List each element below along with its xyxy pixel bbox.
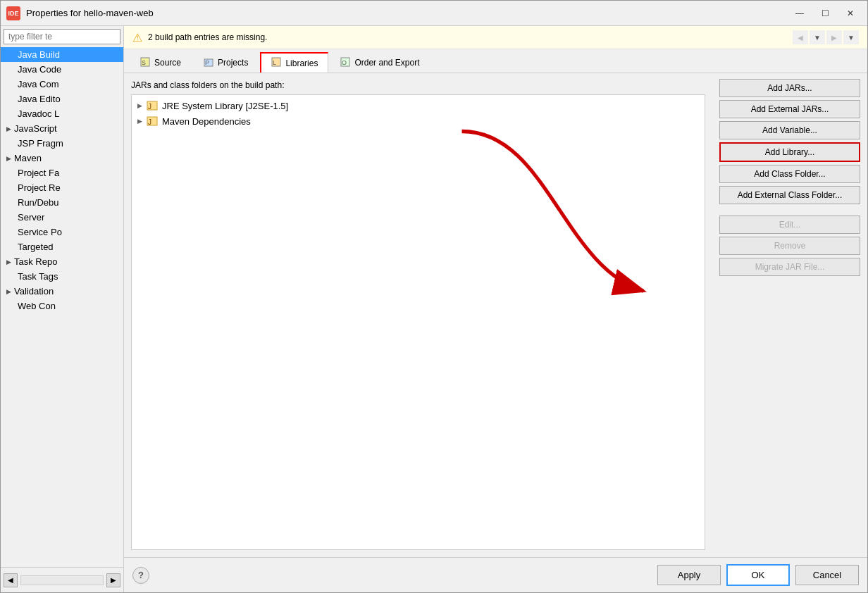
- main-content: Java BuildJava CodeJava ComJava EditoJav…: [1, 26, 867, 592]
- tab-source[interactable]: SSource: [130, 52, 192, 73]
- nav-buttons: ◀ ▼ ▶ ▼: [793, 30, 859, 44]
- nav-down-btn[interactable]: ▼: [810, 30, 825, 44]
- warning-message: 2 build path entries are missing.: [148, 32, 267, 42]
- scroll-track: [20, 575, 104, 585]
- window-title: Properties for hello-maven-web: [26, 8, 788, 18]
- order-tab-icon: O: [340, 57, 350, 69]
- side-buttons: Add JARs...Add External JARs...Add Varia…: [712, 73, 867, 557]
- svg-text:P: P: [205, 59, 209, 66]
- sidebar-item-5[interactable]: ▶JavaScript: [1, 121, 123, 136]
- sidebar-item-6[interactable]: JSP Fragm: [1, 136, 123, 151]
- warning-icon: ⚠: [132, 31, 142, 44]
- help-button[interactable]: ?: [132, 567, 149, 584]
- sidebar-item-16[interactable]: ▶Validation: [1, 284, 123, 299]
- window-controls: — ☐ ✕: [788, 5, 862, 22]
- lib-icon-0: J: [147, 100, 158, 111]
- sidebar-item-13[interactable]: Targeted: [1, 239, 123, 254]
- cancel-button[interactable]: Cancel: [795, 565, 859, 585]
- apply-button[interactable]: Apply: [657, 565, 721, 585]
- sidebar-item-15[interactable]: Task Tags: [1, 269, 123, 284]
- nav-forward-btn[interactable]: ▶: [826, 30, 842, 44]
- sidebar-label-5: JavaScript: [14, 123, 57, 134]
- sidebar-item-1[interactable]: Java Code: [1, 62, 123, 77]
- build-path-item-label-0: JRE System Library [J2SE-1.5]: [162, 101, 288, 111]
- tab-order-and-export[interactable]: OOrder and Export: [330, 52, 430, 73]
- sidebar-item-14[interactable]: ▶Task Repo: [1, 254, 123, 269]
- sidebar-label-14: Task Repo: [14, 256, 57, 267]
- build-path-list[interactable]: ▶JJRE System Library [J2SE-1.5]▶JMaven D…: [131, 94, 705, 550]
- svg-text:S: S: [142, 59, 146, 66]
- expand-arrow-16: ▶: [6, 288, 11, 295]
- properties-window: IDE Properties for hello-maven-web — ☐ ✕…: [0, 0, 868, 593]
- tab-libraries[interactable]: LLibraries: [260, 52, 328, 73]
- sidebar-label-8: Project Fa: [18, 168, 59, 178]
- side-btn-1[interactable]: Add External JARs...: [719, 100, 860, 118]
- app-icon: IDE: [6, 6, 20, 20]
- sidebar-item-4[interactable]: Javadoc L: [1, 106, 123, 121]
- build-path-label: JARs and class folders on the build path…: [131, 80, 705, 90]
- side-btn-7: Remove: [719, 237, 860, 255]
- build-path-item-label-1: Maven Dependencies: [162, 116, 251, 127]
- expand-arrow-5: ▶: [6, 125, 11, 132]
- side-btn-0[interactable]: Add JARs...: [719, 79, 860, 97]
- sidebar-label-7: Maven: [14, 153, 42, 163]
- side-btn-5[interactable]: Add External Class Folder...: [719, 186, 860, 204]
- lib-icon-1: J: [147, 116, 158, 127]
- tab-bar: SSourcePProjectsLLibrariesOOrder and Exp…: [124, 49, 867, 73]
- expand-arrow-14: ▶: [6, 258, 11, 266]
- sidebar-label-9: Project Re: [18, 182, 61, 193]
- sidebar-item-2[interactable]: Java Com: [1, 77, 123, 92]
- tab-projects[interactable]: PProjects: [193, 52, 259, 73]
- maximize-button[interactable]: ☐: [814, 5, 836, 22]
- sidebar-label-11: Server: [18, 212, 44, 223]
- svg-text:L: L: [273, 59, 276, 66]
- item-expand-0: ▶: [137, 102, 142, 109]
- sidebar-label-1: Java Code: [18, 64, 61, 75]
- filter-input[interactable]: [4, 29, 120, 44]
- sidebar-item-7[interactable]: ▶Maven: [1, 151, 123, 166]
- svg-text:J: J: [148, 118, 151, 126]
- sidebar-item-9[interactable]: Project Re: [1, 180, 123, 195]
- sidebar: Java BuildJava CodeJava ComJava EditoJav…: [1, 26, 124, 592]
- build-path-item-1[interactable]: ▶JMaven Dependencies: [135, 113, 702, 129]
- sidebar-item-11[interactable]: Server: [1, 210, 123, 225]
- sidebar-item-3[interactable]: Java Edito: [1, 92, 123, 106]
- build-path-area: JARs and class folders on the build path…: [124, 73, 712, 557]
- sidebar-item-10[interactable]: Run/Debu: [1, 195, 123, 210]
- item-expand-1: ▶: [137, 118, 142, 125]
- sidebar-item-8[interactable]: Project Fa: [1, 166, 123, 180]
- svg-text:J: J: [148, 103, 151, 111]
- build-path-item-0[interactable]: ▶JJRE System Library [J2SE-1.5]: [135, 98, 702, 113]
- side-btn-8: Migrate JAR File...: [719, 258, 860, 276]
- expand-arrow-7: ▶: [6, 155, 11, 162]
- close-button[interactable]: ✕: [839, 5, 862, 22]
- sidebar-label-12: Service Po: [18, 227, 62, 237]
- libraries-tab-icon: L: [271, 57, 281, 69]
- ok-button[interactable]: OK: [726, 564, 790, 586]
- sidebar-item-17[interactable]: Web Con: [1, 299, 123, 313]
- app-icon-text: IDE: [8, 10, 18, 17]
- sidebar-list: Java BuildJava CodeJava ComJava EditoJav…: [1, 47, 123, 567]
- sidebar-label-17: Web Con: [18, 301, 56, 311]
- scroll-right-btn[interactable]: ▶: [106, 573, 120, 587]
- side-btn-4[interactable]: Add Class Folder...: [719, 165, 860, 183]
- sidebar-label-0: Java Build: [18, 49, 60, 60]
- title-bar: IDE Properties for hello-maven-web — ☐ ✕: [1, 1, 867, 26]
- side-btn-2[interactable]: Add Variable...: [719, 121, 860, 139]
- sidebar-label-10: Run/Debu: [18, 197, 59, 208]
- sidebar-item-0[interactable]: Java Build: [1, 47, 123, 62]
- minimize-button[interactable]: —: [788, 5, 811, 22]
- tab-label-0: Source: [154, 58, 181, 68]
- right-panel: ⚠ 2 build path entries are missing. ◀ ▼ …: [124, 26, 867, 592]
- nav-back-btn[interactable]: ◀: [793, 30, 808, 44]
- warning-bar: ⚠ 2 build path entries are missing. ◀ ▼ …: [124, 26, 867, 49]
- projects-tab-icon: P: [204, 57, 213, 69]
- tab-label-2: Libraries: [285, 58, 318, 68]
- sidebar-scrollbar: ◀ ▶: [1, 567, 123, 592]
- nav-forward-down-btn[interactable]: ▼: [843, 30, 859, 44]
- sidebar-item-12[interactable]: Service Po: [1, 225, 123, 239]
- scroll-left-btn[interactable]: ◀: [4, 573, 18, 587]
- sidebar-label-3: Java Edito: [18, 94, 61, 104]
- side-btn-3[interactable]: Add Library...: [719, 142, 860, 162]
- tab-label-1: Projects: [218, 58, 248, 68]
